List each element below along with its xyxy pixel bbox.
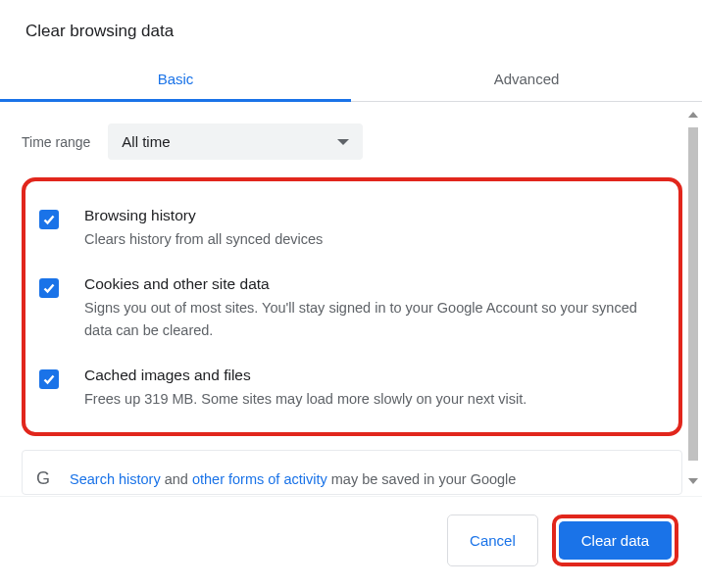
clear-data-button[interactable]: Clear data [559, 521, 672, 560]
time-range-label: Time range [22, 134, 90, 150]
check-icon [42, 372, 56, 386]
scroll-up-icon [688, 112, 698, 118]
check-icon [42, 281, 56, 295]
clear-browsing-data-dialog: Clear browsing data Basic Advanced Time … [0, 0, 702, 588]
cancel-button[interactable]: Cancel [447, 514, 538, 566]
option-desc: Signs you out of most sites. You'll stay… [84, 297, 661, 341]
options-highlight-box: Browsing history Clears history from all… [22, 177, 682, 436]
option-desc: Clears history from all synced devices [84, 228, 323, 250]
option-desc: Frees up 319 MB. Some sites may load mor… [84, 388, 526, 410]
time-range-value: All time [122, 133, 170, 150]
content-area: Time range All time Browsing history Cle… [0, 102, 702, 496]
scroll-thumb[interactable] [688, 127, 698, 461]
option-title: Cookies and other site data [84, 275, 661, 293]
google-g-icon: G [36, 466, 50, 493]
checkbox-cookies[interactable] [39, 278, 59, 298]
checkbox-cached[interactable] [39, 369, 59, 389]
time-range-row: Time range All time [22, 123, 682, 160]
option-title: Cached images and files [84, 367, 526, 384]
link-search-history[interactable]: Search history [70, 471, 161, 487]
clear-data-highlight: Clear data [552, 514, 678, 566]
dialog-footer: Cancel Clear data [0, 496, 702, 588]
option-cookies: Cookies and other site data Signs you ou… [33, 271, 661, 363]
option-cached: Cached images and files Frees up 319 MB.… [33, 363, 661, 410]
option-title: Browsing history [84, 207, 323, 224]
scrollbar[interactable] [686, 110, 700, 488]
tab-basic-label: Basic [158, 71, 194, 87]
info-text: Search history and other forms of activi… [70, 468, 516, 490]
time-range-select[interactable]: All time [108, 123, 363, 160]
option-browsing-history: Browsing history Clears history from all… [33, 203, 661, 271]
link-other-activity[interactable]: other forms of activity [192, 471, 327, 487]
tab-basic[interactable]: Basic [0, 59, 351, 101]
check-icon [42, 213, 56, 226]
chevron-down-icon [337, 139, 349, 145]
tabs: Basic Advanced [0, 59, 702, 102]
tab-advanced[interactable]: Advanced [351, 59, 702, 101]
dialog-title: Clear browsing data [0, 0, 702, 59]
google-activity-info: G Search history and other forms of acti… [22, 450, 682, 495]
scroll-down-icon [688, 478, 698, 484]
checkbox-browsing-history[interactable] [39, 210, 59, 229]
tab-advanced-label: Advanced [494, 71, 560, 87]
